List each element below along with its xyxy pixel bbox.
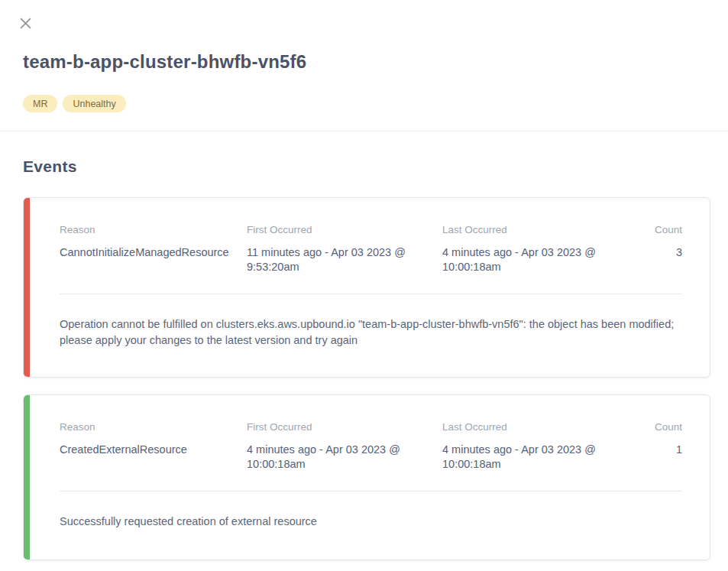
column-header-count: Count <box>642 224 682 245</box>
column-header-reason: Reason <box>60 224 247 245</box>
kind-badge: MR <box>23 95 57 112</box>
badge-row: MR Unhealthy <box>23 95 126 112</box>
column-header-reason: Reason <box>60 421 247 443</box>
column-header-last-occurred: Last Occurred <box>442 224 642 245</box>
column-header-first-occurred: First Occurred <box>247 421 442 443</box>
event-table: Reason First Occurred Last Occurred Coun… <box>60 421 682 471</box>
severity-indicator-success <box>24 395 30 560</box>
column-header-count: Count <box>642 421 682 443</box>
event-reason: CannotInitializeManagedResource <box>60 245 247 274</box>
severity-indicator-error <box>24 198 30 377</box>
event-first-occurred: 4 minutes ago - Apr 03 2023 @ 10:00:18am <box>247 443 442 471</box>
event-count: 1 <box>642 443 682 471</box>
health-status-badge: Unhealthy <box>63 95 125 112</box>
event-table-row: CreatedExternalResource 4 minutes ago - … <box>60 443 682 471</box>
column-header-last-occurred: Last Occurred <box>442 421 642 443</box>
event-table-header-row: Reason First Occurred Last Occurred Coun… <box>60 421 682 443</box>
event-table-row: CannotInitializeManagedResource 11 minut… <box>60 245 682 274</box>
close-button[interactable] <box>17 15 34 31</box>
page-title: team-b-app-cluster-bhwfb-vn5f6 <box>23 51 306 73</box>
event-table-header-row: Reason First Occurred Last Occurred Coun… <box>60 224 682 245</box>
column-header-first-occurred: First Occurred <box>247 224 442 245</box>
event-card-error: Reason First Occurred Last Occurred Coun… <box>23 197 710 378</box>
resource-detail-panel: team-b-app-cluster-bhwfb-vn5f6 MR Unheal… <box>0 0 728 571</box>
event-first-occurred: 11 minutes ago - Apr 03 2023 @ 9:53:20am <box>247 245 442 274</box>
header-divider <box>0 131 728 131</box>
event-last-occurred: 4 minutes ago - Apr 03 2023 @ 10:00:18am <box>442 443 642 471</box>
close-icon <box>19 17 32 30</box>
events-heading: Events <box>23 157 77 176</box>
card-divider <box>60 491 682 492</box>
event-reason: CreatedExternalResource <box>60 443 247 471</box>
card-divider <box>60 294 682 294</box>
event-table: Reason First Occurred Last Occurred Coun… <box>60 224 682 274</box>
event-card-content: Reason First Occurred Last Occurred Coun… <box>30 395 710 560</box>
event-message: Operation cannot be fulfilled on cluster… <box>60 316 682 348</box>
event-last-occurred: 4 minutes ago - Apr 03 2023 @ 10:00:18am <box>442 245 642 274</box>
event-message: Successfully requested creation of exter… <box>60 514 682 530</box>
event-count: 3 <box>642 245 682 274</box>
event-card-success: Reason First Occurred Last Occurred Coun… <box>23 394 710 560</box>
event-card-content: Reason First Occurred Last Occurred Coun… <box>30 198 710 377</box>
